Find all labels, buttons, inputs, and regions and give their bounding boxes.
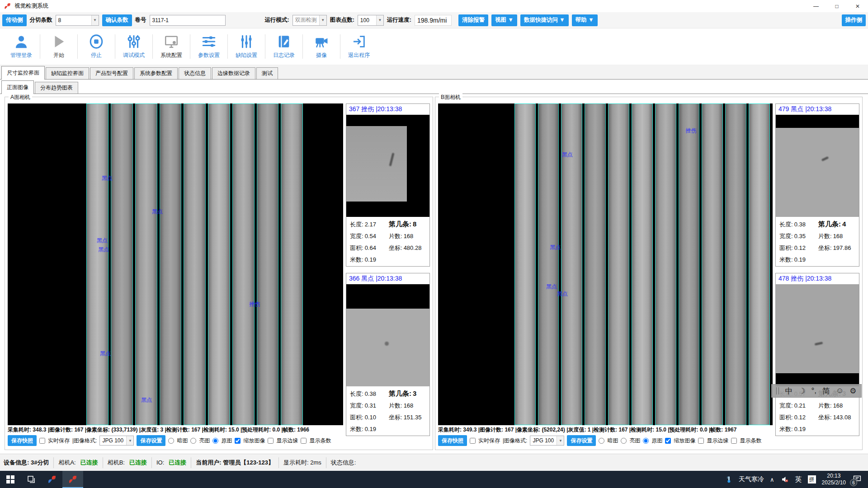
defect-meters: 0.19 <box>794 256 806 263</box>
ime-simplified-toggle[interactable]: 简 <box>822 386 830 396</box>
close-button[interactable]: ✕ <box>847 0 868 12</box>
device-info: 设备信息: 3#分切 <box>4 459 49 467</box>
show-strips-label: 显示条数 <box>309 437 331 445</box>
realtime-save-checkbox[interactable] <box>470 438 476 444</box>
stop-button[interactable]: 停止 <box>78 34 115 59</box>
bright-image-radio[interactable] <box>190 438 196 444</box>
camera-b-conn-label: 相机B: <box>108 459 125 467</box>
zoom-image-checkbox[interactable] <box>235 438 241 444</box>
clear-alarm-button[interactable]: 清除报警 <box>458 14 488 26</box>
operate-side-button[interactable]: 操作侧 <box>842 14 866 26</box>
image-defect-label: 黑点 <box>557 290 568 298</box>
image-format-dropdown[interactable]: JPG 100▼ <box>99 436 134 446</box>
defect-strip-index: 3 <box>413 389 416 397</box>
admin-login-button[interactable]: 管理登录 <box>3 34 40 59</box>
tab-size-monitor[interactable]: 尺寸监控界面 <box>1 66 45 80</box>
camera-a-image[interactable]: 黑点黑点黑点黑点挫伤黑点黑点 <box>8 103 343 425</box>
tab-product-model-config[interactable]: 产品型号配置 <box>90 67 133 79</box>
language-indicator[interactable]: 英 <box>795 475 802 484</box>
realtime-save-checkbox[interactable] <box>39 438 45 444</box>
show-strips-checkbox[interactable] <box>301 438 307 444</box>
image-format-dropdown[interactable]: JPG 100▼ <box>530 436 564 446</box>
tab-test[interactable]: 测试 <box>256 67 278 79</box>
drive-side-button[interactable]: 传动侧 <box>2 14 27 26</box>
defect-header: 367 挫伤 |20:13:38 <box>346 104 429 115</box>
run-mode-dropdown[interactable]: 双面检测▼ <box>292 15 327 26</box>
start-button[interactable]: 开始 <box>40 34 77 59</box>
defect-card[interactable]: 478 挫伤 |20:13:38 长度:0.57 第几条:3 宽度:0.21 片… <box>775 273 859 436</box>
debug-mode-button[interactable]: 调试模式 <box>115 34 152 59</box>
ime-settings-gear-icon[interactable]: ⚙ <box>849 386 856 396</box>
exit-program-button[interactable]: 退出程序 <box>340 34 377 59</box>
windows-logo-icon <box>6 475 14 483</box>
roll-number-label: 卷号 <box>135 16 146 24</box>
main-tabbar: 尺寸监控界面 缺陷监控界面 产品型号配置 系统参数配置 状态信息 边缘数据记录 … <box>0 65 868 80</box>
defect-card[interactable]: 479 黑点 |20:13:38 长度:0.38 第几条:4 宽度:0.35 片… <box>775 103 859 267</box>
show-edges-checkbox[interactable] <box>268 438 274 444</box>
ime-mode-indicator[interactable]: 拼 <box>808 475 816 483</box>
defect-settings-button[interactable]: 缺陷设置 <box>228 34 265 59</box>
notification-center-button[interactable]: 6 <box>852 474 863 485</box>
show-strips-label: 显示条数 <box>740 437 761 445</box>
zoom-image-checkbox[interactable] <box>665 438 671 444</box>
ime-fullhalf-icon[interactable]: ☽ <box>798 386 805 396</box>
strip-count-dropdown[interactable]: 8▼ <box>56 15 99 26</box>
view-menu-button[interactable]: 视图 ▼ <box>491 14 517 26</box>
tab-defect-monitor[interactable]: 缺陷监控界面 <box>46 67 89 79</box>
taskbar-app-icon[interactable] <box>42 471 62 488</box>
original-image-radio[interactable] <box>212 438 218 444</box>
maximize-button[interactable]: □ <box>826 0 847 12</box>
help-menu-button[interactable]: 帮助 ▼ <box>572 14 598 26</box>
show-strips-checkbox[interactable] <box>731 438 737 444</box>
speaker-muted-icon[interactable] <box>780 475 789 483</box>
current-user: 当前用户: 管理员【123-123】 <box>196 459 274 467</box>
minimize-button[interactable]: — <box>806 0 826 12</box>
tab-edge-data-record[interactable]: 边缘数据记录 <box>212 67 255 79</box>
camera-b-image[interactable]: 挫伤黑点黑点黑点黑点 <box>438 103 773 425</box>
save-snapshot-button[interactable]: 保存快照 <box>438 435 467 446</box>
ime-lang-toggle[interactable]: 中 <box>785 386 793 396</box>
start-button[interactable] <box>0 471 21 488</box>
app-logo-icon <box>47 474 57 484</box>
capture-button[interactable]: 摄像 <box>303 34 340 59</box>
defect-card[interactable]: 366 黑点 |20:13:38 长度:0.38 第几条:3 宽度:0.31 片… <box>346 273 430 436</box>
drag-handle[interactable] <box>776 387 779 394</box>
tab-status-info[interactable]: 状态信息 <box>179 67 211 79</box>
tray-expand-caret[interactable]: ∧ <box>770 476 774 483</box>
tab-system-params-config[interactable]: 系统参数配置 <box>134 67 178 79</box>
bright-image-radio[interactable] <box>621 438 627 444</box>
dark-image-radio[interactable] <box>599 438 604 444</box>
system-config-button[interactable]: 系统配置 <box>153 34 190 59</box>
taskbar-clock[interactable]: 20:13 2025/2/10 <box>822 473 846 486</box>
params-settings-button[interactable]: 参数设置 <box>190 34 227 59</box>
task-view-button[interactable] <box>21 471 42 488</box>
show-edges-checkbox[interactable] <box>698 438 704 444</box>
display-time: 显示耗时: 2ms <box>283 459 321 467</box>
ime-punctuation-icon[interactable]: °, <box>811 386 817 395</box>
realtime-save-label: 实时保存 <box>48 437 70 445</box>
original-image-radio[interactable] <box>643 438 649 444</box>
chart-points-dropdown[interactable]: 100▼ <box>358 15 384 26</box>
weather-text[interactable]: 天气寒冷 <box>739 475 764 483</box>
defect-meters: 0.19 <box>365 426 376 432</box>
subtab-distribution-trend[interactable]: 分布趋势图表 <box>35 82 78 94</box>
dark-image-radio[interactable] <box>168 438 174 444</box>
data-quick-access-button[interactable]: 数据快捷访问 ▼ <box>520 14 569 26</box>
taskbar-active-app-icon[interactable] <box>62 471 83 488</box>
save-settings-button[interactable]: 保存设置 <box>567 435 596 446</box>
save-settings-button[interactable]: 保存设置 <box>137 435 165 446</box>
defect-card[interactable]: 367 挫伤 |20:13:38 长度:2.17 第几条:8 宽度:0.54 片… <box>346 103 430 267</box>
confirm-strips-button[interactable]: 确认条数 <box>102 14 132 26</box>
roll-number-input[interactable]: 3117-1 <box>150 15 226 26</box>
show-edges-label: 显示边缘 <box>276 437 298 445</box>
ime-toolbar[interactable]: 中 ☽ °, 简 ☺ ⚙ <box>771 384 862 398</box>
save-snapshot-button[interactable]: 保存快照 <box>8 435 37 446</box>
log-record-button[interactable]: 日志记录 <box>265 34 302 59</box>
speed-value: 198.9m/mi <box>415 15 452 26</box>
camera-a-conn-label: 相机A: <box>58 459 75 467</box>
subtab-front-image[interactable]: 正面图像 <box>1 80 34 94</box>
ime-emoji-icon[interactable]: ☺ <box>836 386 844 395</box>
status-info-label: 状态信息: <box>331 459 356 467</box>
chevron-down-icon: ▼ <box>126 436 133 445</box>
defect-strip-index: 4 <box>842 220 846 228</box>
